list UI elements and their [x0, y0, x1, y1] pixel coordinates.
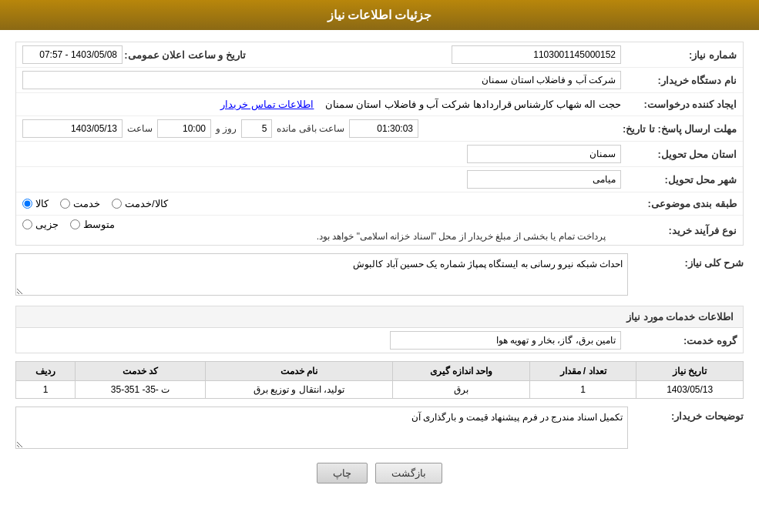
- cell-tarikh: 1403/05/13: [636, 381, 744, 399]
- shomara-value: [246, 45, 629, 64]
- shahr-label: شهر محل تحویل:: [629, 174, 737, 186]
- tawsifat-textarea[interactable]: تکمیل اسناد مندرج در فرم پیشنهاد قیمت و …: [15, 407, 628, 449]
- tawsifat-section: توضیحات خریدار: تکمیل اسناد مندرج در فرم…: [15, 407, 744, 451]
- radio-kala-khadamat-input[interactable]: [112, 199, 122, 209]
- sharh-value-wrap: احداث شبکه نیرو رسانی به ایستگاه پمپاژ ش…: [15, 253, 628, 298]
- time-row: ساعت روز و ساعت باقی مانده: [22, 119, 615, 138]
- radio-motavasset-input[interactable]: [70, 219, 80, 229]
- shomara-label: شماره نیاز:: [629, 49, 737, 61]
- farayand-value: جزیی متوسط پرداخت تمام یا بخشی از مبلغ خ…: [22, 219, 629, 242]
- tarikh-elam-input[interactable]: [22, 45, 123, 64]
- tawsifat-value-wrap: تکمیل اسناد مندرج در فرم پیشنهاد قیمت و …: [15, 407, 628, 451]
- tabaqe-radio-group: کالا خدمت کالا/خدمت: [22, 198, 621, 209]
- mohlat-label: مهلت ارسال پاسخ: تا تاریخ:: [623, 123, 737, 135]
- row-farayand: نوع فرآیند خرید: جزیی متوسط پرداخت تمام …: [16, 216, 743, 245]
- table-header-row: تاریخ نیاز تعداد / مقدار واحد اندازه گیر…: [16, 362, 744, 381]
- dastgah-value: [22, 71, 629, 89]
- tarikh-elam-value-wrap: [22, 45, 123, 64]
- radio-jozii: جزیی: [22, 219, 59, 230]
- row-shahr: شهر محل تحویل:: [16, 167, 743, 192]
- table-row: 1403/05/13 1 برق تولید، انتقال و توزیع ب…: [16, 381, 744, 399]
- roz-label: روز و: [216, 123, 237, 134]
- col-tarikh: تاریخ نیاز: [636, 362, 744, 381]
- radio-kala: کالا: [22, 198, 49, 209]
- col-nam: نام خدمت: [205, 362, 393, 381]
- radio-kala-input[interactable]: [22, 199, 32, 209]
- row-tabaqe: طبقه بندی موضوعی: کالا خدمت کالا/خدمت: [16, 192, 743, 216]
- row-shomara: شماره نیاز: تاریخ و ساعت اعلان عمومی:: [16, 42, 743, 68]
- dastgah-input[interactable]: [22, 71, 621, 89]
- back-button[interactable]: بازگشت: [375, 463, 442, 483]
- radio-jozii-label: جزیی: [35, 219, 59, 230]
- col-tedaad: تعداد / مقدار: [529, 362, 636, 381]
- ijad-label: ایجاد کننده درخواست:: [629, 99, 737, 110]
- sharh-section: شرح کلی نیاز: احداث شبکه نیرو رسانی به ا…: [15, 253, 744, 298]
- radio-kala-khadamat-label: کالا/خدمت: [125, 198, 168, 209]
- services-table: تاریخ نیاز تعداد / مقدار واحد اندازه گیر…: [15, 361, 744, 399]
- saat-input[interactable]: [157, 119, 211, 138]
- col-radif: ردیف: [16, 362, 76, 381]
- shomara-input[interactable]: [452, 45, 621, 64]
- ijad-value: حجت اله شهاب کارشناس قراردادها شرکت آب و…: [22, 99, 629, 110]
- radio-kala-label: کالا: [35, 198, 49, 209]
- table-section: تاریخ نیاز تعداد / مقدار واحد اندازه گیر…: [15, 361, 744, 399]
- ostan-input[interactable]: [467, 145, 621, 163]
- page-header: جزئیات اطلاعات نیاز: [0, 0, 759, 30]
- shahr-value: [22, 170, 629, 189]
- col-vahad: واحد اندازه گیری: [393, 362, 530, 381]
- gorohe-input[interactable]: [390, 331, 621, 350]
- row-ostan: استان محل تحویل:: [16, 142, 743, 167]
- page-title: جزئیات اطلاعات نیاز: [327, 8, 432, 22]
- radio-khadamat-label: خدمت: [73, 198, 100, 209]
- page-wrapper: جزئیات اطلاعات نیاز شماره نیاز: تاریخ و …: [0, 0, 759, 532]
- cell-nam: تولید، انتقال و توزیع برق: [205, 381, 393, 399]
- tabaqe-label: طبقه بندی موضوعی:: [629, 198, 737, 209]
- row-mohlat: مهلت ارسال پاسخ: تا تاریخ: ساعت روز و سا…: [16, 116, 743, 142]
- radio-jozii-input[interactable]: [22, 219, 32, 229]
- itelaat-tamas-link[interactable]: اطلاعات تماس خریدار: [220, 99, 314, 110]
- ijad-text: حجت اله شهاب کارشناس قراردادها شرکت آب و…: [325, 99, 621, 110]
- tabaqe-value: کالا خدمت کالا/خدمت: [22, 198, 629, 209]
- farayand-label: نوع فرآیند خرید:: [629, 225, 737, 236]
- col-kod: کد خدمت: [76, 362, 205, 381]
- radio-khadamat-input[interactable]: [60, 199, 70, 209]
- cell-vahad: برق: [393, 381, 530, 399]
- date-input[interactable]: [22, 119, 123, 138]
- print-button[interactable]: چاپ: [317, 463, 368, 483]
- khadamat-section: گروه خدمت:: [15, 327, 744, 353]
- notice-text: پرداخت تمام یا بخشی از مبلغ خریدار از مح…: [317, 231, 606, 242]
- radio-kala-khadamat: کالا/خدمت: [112, 198, 168, 209]
- top-info-section: شماره نیاز: تاریخ و ساعت اعلان عمومی: نا…: [15, 42, 744, 246]
- content-area: شماره نیاز: تاریخ و ساعت اعلان عمومی: نا…: [0, 30, 759, 503]
- mohlat-value: ساعت روز و ساعت باقی مانده: [22, 119, 623, 138]
- radio-khadamat: خدمت: [60, 198, 100, 209]
- dastgah-label: نام دستگاه خریدار:: [629, 75, 737, 86]
- shahr-input[interactable]: [467, 170, 621, 189]
- roz-input[interactable]: [241, 119, 272, 138]
- ostan-label: استان محل تحویل:: [629, 149, 737, 160]
- gorohe-value: [22, 331, 629, 350]
- gorohe-label: گروه خدمت:: [629, 335, 737, 346]
- radio-motavasset-label: متوسط: [83, 219, 115, 230]
- row-dastgah: نام دستگاه خریدار:: [16, 68, 743, 93]
- sharh-label: شرح کلی نیاز:: [636, 253, 744, 269]
- row-ijad: ایجاد کننده درخواست: حجت اله شهاب کارشنا…: [16, 93, 743, 116]
- tarikh-elam-label: تاریخ و ساعت اعلان عمومی:: [123, 49, 246, 61]
- tawsifat-label: توضیحات خریدار:: [636, 407, 744, 422]
- khadamat-section-title: اطلاعات خدمات مورد نیاز: [15, 306, 744, 327]
- baqi-input[interactable]: [349, 119, 418, 138]
- ostan-value: [22, 145, 629, 163]
- sharh-textarea[interactable]: احداث شبکه نیرو رسانی به ایستگاه پمپاژ ش…: [15, 253, 628, 296]
- farayand-radio-group: جزیی متوسط: [22, 219, 621, 230]
- button-group: بازگشت چاپ: [15, 463, 744, 483]
- row-gorohe: گروه خدمت:: [16, 328, 743, 353]
- radio-motavasset: متوسط: [70, 219, 115, 230]
- baqi-label: ساعت باقی مانده: [277, 123, 344, 134]
- saat-label: ساعت: [127, 123, 153, 134]
- cell-radif: 1: [16, 381, 76, 399]
- cell-kod: ت -35- 351-35: [76, 381, 205, 399]
- cell-tedaad: 1: [529, 381, 636, 399]
